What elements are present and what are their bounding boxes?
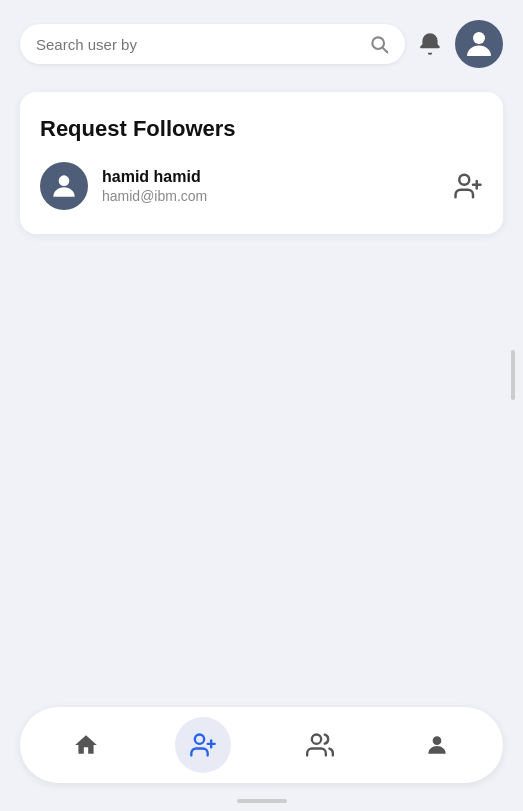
card-title: Request Followers xyxy=(40,116,483,142)
nav-item-add-friend[interactable] xyxy=(175,717,231,773)
nav-item-home[interactable] xyxy=(58,717,114,773)
home-icon xyxy=(73,732,99,758)
user-avatar-icon xyxy=(48,170,80,202)
user-row: hamid hamid hamid@ibm.com xyxy=(40,162,483,210)
request-followers-card: Request Followers hamid hamid hamid@ibm.… xyxy=(20,92,503,234)
user-info: hamid hamid hamid@ibm.com xyxy=(102,168,439,204)
svg-point-7 xyxy=(195,735,204,744)
scrollbar[interactable] xyxy=(511,350,515,400)
svg-point-2 xyxy=(473,32,485,44)
profile-icon xyxy=(424,732,450,758)
user-avatar-button[interactable] xyxy=(455,20,503,68)
search-icon-button[interactable] xyxy=(369,34,389,54)
notification-button[interactable] xyxy=(417,31,443,57)
main-container: Request Followers hamid hamid hamid@ibm.… xyxy=(0,0,523,811)
header xyxy=(20,20,503,68)
group-icon xyxy=(306,731,334,759)
svg-line-1 xyxy=(383,48,387,52)
add-friend-icon xyxy=(189,731,217,759)
svg-point-4 xyxy=(459,175,469,185)
user-name: hamid hamid xyxy=(102,168,439,186)
add-user-icon xyxy=(453,171,483,201)
bottom-nav xyxy=(20,707,503,783)
search-bar xyxy=(20,24,405,64)
search-input[interactable] xyxy=(36,36,361,53)
svg-point-11 xyxy=(432,736,441,745)
nav-item-group[interactable] xyxy=(292,717,348,773)
bell-icon xyxy=(417,31,443,57)
nav-item-profile[interactable] xyxy=(409,717,465,773)
search-icon xyxy=(369,34,389,54)
avatar-icon xyxy=(461,26,497,62)
svg-point-3 xyxy=(59,175,70,186)
drag-indicator xyxy=(237,799,287,803)
svg-point-0 xyxy=(372,37,384,49)
add-user-button[interactable] xyxy=(453,171,483,201)
user-avatar xyxy=(40,162,88,210)
user-email: hamid@ibm.com xyxy=(102,188,439,204)
svg-point-10 xyxy=(312,735,321,744)
